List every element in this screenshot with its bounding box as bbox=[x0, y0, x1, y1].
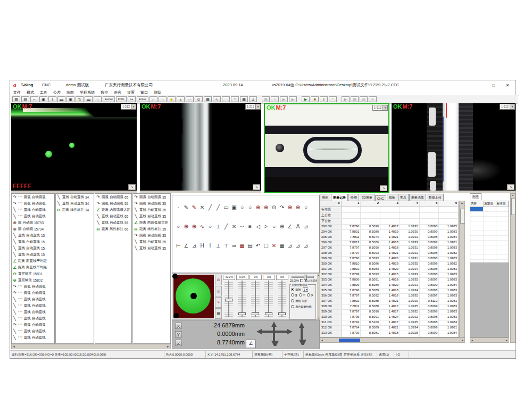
tool-icon[interactable]: ◁ bbox=[255, 224, 261, 229]
tool-icon[interactable]: ▢ bbox=[263, 243, 269, 249]
radio-icon[interactable] bbox=[291, 299, 294, 302]
open-button[interactable]: ▨ bbox=[21, 96, 29, 102]
angle-mode-button[interactable]: ∠ bbox=[246, 340, 256, 348]
measure-item[interactable]: ∠距离两圆弧最大距 bbox=[133, 219, 170, 226]
tool-icon[interactable]: ⊥ bbox=[215, 243, 221, 249]
menu-item-工具[interactable]: 工具 bbox=[40, 90, 47, 95]
measure-item[interactable]: ╲***直线自动直线 bbox=[12, 309, 54, 315]
tool-icon[interactable]: ✕ bbox=[231, 224, 237, 229]
measure-item[interactable]: ╲直线自动直线34 bbox=[56, 194, 94, 200]
jog-z-arrows[interactable] bbox=[299, 323, 304, 345]
measure-item[interactable]: ╲直线自动直线35 bbox=[133, 238, 170, 245]
menu-item-窗口[interactable]: 窗口 bbox=[140, 90, 148, 95]
element-cell[interactable] bbox=[496, 207, 509, 211]
fastforward-button[interactable]: » bbox=[271, 96, 279, 102]
element-row[interactable] bbox=[470, 212, 509, 217]
tool-icon[interactable]: ⊿ bbox=[287, 243, 293, 249]
play2-button[interactable]: ▶ bbox=[342, 96, 350, 102]
element-cell[interactable] bbox=[484, 250, 496, 254]
element-row[interactable] bbox=[470, 231, 509, 236]
tool-icon[interactable]: · bbox=[176, 204, 181, 210]
path-button[interactable]: ⌐ bbox=[30, 96, 38, 102]
save-button[interactable]: ▤ bbox=[12, 96, 20, 102]
element-cell[interactable] bbox=[470, 245, 484, 250]
tool-icon[interactable]: ↶ bbox=[255, 243, 261, 249]
light-slider-3[interactable]: 0% bbox=[250, 275, 262, 318]
camera-selector-dropdown[interactable]: 1-212▾ bbox=[121, 104, 136, 110]
camera-selector-dropdown[interactable]: 1-212▾ bbox=[372, 105, 388, 111]
measure-item[interactable]: Η距离线性标注66 bbox=[95, 226, 131, 232]
measure-item[interactable]: ↷圆弧自动圆弧65 bbox=[95, 194, 131, 200]
tool-icon[interactable]: ▦ bbox=[239, 243, 245, 249]
measure-item[interactable]: ╲***直线自动直线 bbox=[12, 315, 54, 322]
element-row[interactable] bbox=[470, 236, 509, 241]
measure-item[interactable]: ↷圆弧自动圆弧35 bbox=[133, 200, 170, 207]
element-row[interactable] bbox=[470, 241, 509, 245]
tool-icon[interactable]: ∠ bbox=[184, 243, 189, 249]
option-speed[interactable]: 慢中快 bbox=[291, 293, 315, 297]
element-cell[interactable] bbox=[484, 207, 496, 211]
enter-button[interactable]: Enter bbox=[137, 96, 148, 102]
measure-item[interactable]: ╲直线自动直线35 bbox=[133, 213, 170, 219]
tool-icon[interactable]: ⊙ bbox=[271, 204, 277, 210]
stop-button[interactable]: ■ bbox=[311, 96, 319, 102]
tool-icon[interactable]: ╱ bbox=[223, 224, 229, 229]
tool-icon[interactable]: Ι bbox=[207, 243, 213, 249]
pause-button[interactable]: ‖ bbox=[320, 96, 328, 102]
restore-window-icon[interactable]: ↘ bbox=[507, 184, 514, 190]
restore-window-icon[interactable]: ↘ bbox=[128, 184, 136, 190]
element-cell[interactable] bbox=[470, 255, 484, 259]
tool-icon[interactable]: Η bbox=[200, 243, 205, 249]
measure-item[interactable]: ∠距离内圆弧最大距 bbox=[95, 207, 131, 213]
tool-icon[interactable]: ⊤ bbox=[223, 243, 229, 249]
tolerance-row[interactable]: 下公差 bbox=[320, 219, 459, 225]
light-slider-1[interactable]: 40.0% bbox=[223, 275, 235, 318]
measure-item[interactable]: ↷***圆弧自动圆弧 bbox=[12, 194, 54, 200]
camera-hscrollbar[interactable] bbox=[11, 191, 137, 193]
element-cell[interactable] bbox=[496, 255, 509, 259]
close-button[interactable]: ✕ bbox=[502, 83, 513, 89]
play-button[interactable]: ▶ bbox=[289, 96, 297, 102]
element-cell[interactable] bbox=[484, 241, 496, 245]
element-cell[interactable] bbox=[470, 231, 484, 235]
radio-icon[interactable] bbox=[291, 293, 294, 297]
tab-夹具[interactable]: 夹具 bbox=[398, 194, 409, 201]
light-slider-5[interactable]: 0% bbox=[276, 275, 288, 318]
element-cell[interactable] bbox=[470, 241, 484, 245]
tool-icon[interactable]: ⊕ bbox=[184, 224, 189, 229]
element-cell[interactable] bbox=[496, 245, 509, 250]
measure-item[interactable]: ∠距离两直线平均距 bbox=[12, 264, 54, 270]
camera-view-3-active[interactable]: OKM:7 1-212▾ ↘ bbox=[264, 103, 389, 193]
element-row[interactable] bbox=[470, 250, 509, 255]
radio-icon[interactable] bbox=[291, 288, 294, 291]
measure-item[interactable]: ⊕圆自动圆15793 bbox=[12, 219, 54, 226]
star-button[interactable]: * bbox=[231, 96, 239, 102]
chevron-down-icon[interactable]: ▾ bbox=[255, 104, 260, 109]
print-button[interactable]: ▥ bbox=[360, 96, 368, 102]
menu-item-模式[interactable]: 模式 bbox=[27, 90, 34, 95]
slider-thumb[interactable] bbox=[238, 312, 246, 315]
measure-item[interactable]: ⊖直径标注15802 bbox=[12, 277, 54, 283]
element-cell[interactable] bbox=[470, 236, 484, 240]
measure-item[interactable]: ↷***圆弧自动圆弧 bbox=[12, 200, 54, 207]
element-cell[interactable] bbox=[484, 217, 496, 221]
save2-button[interactable]: ▤ bbox=[262, 96, 270, 102]
arrow-right-button[interactable]: → bbox=[159, 96, 167, 102]
option-absorb[interactable]: 吸附 1 ▾ bbox=[291, 287, 308, 292]
camera-hscrollbar[interactable] bbox=[140, 191, 261, 193]
measure-item[interactable]: ╲直线自动直线15 bbox=[12, 232, 54, 238]
measure-item[interactable]: Η距离线性标注35 bbox=[133, 226, 170, 232]
camera-view-1[interactable]: OKM:7 1-212▾ FFFFF ↘ bbox=[11, 103, 137, 193]
element-cell[interactable] bbox=[484, 245, 496, 250]
edge-button[interactable]: Ι bbox=[48, 96, 56, 102]
tab-测量记录[interactable]: 测量记录 bbox=[331, 194, 348, 201]
restore-window-icon[interactable]: ↘ bbox=[253, 184, 260, 190]
menu-item-帮助[interactable]: 帮助 bbox=[154, 90, 161, 95]
probe-button[interactable]: ▣ bbox=[39, 96, 47, 102]
element-row[interactable] bbox=[470, 226, 509, 231]
tolerance-row[interactable]: 标准值 bbox=[320, 207, 459, 213]
tool-icon[interactable]: ▭ bbox=[223, 204, 229, 210]
radio-icon[interactable] bbox=[307, 293, 310, 297]
joystick-pad[interactable] bbox=[173, 275, 214, 318]
measure-item[interactable]: ╲直线自动直线35 bbox=[133, 207, 170, 213]
